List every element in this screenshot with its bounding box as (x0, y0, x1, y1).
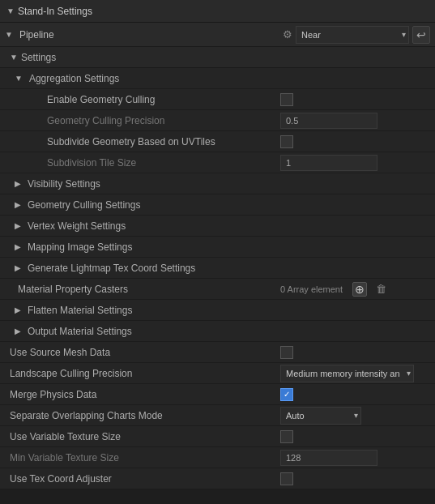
subdivision-tile-size-row: Subdivision Tile Size (0, 152, 435, 173)
pipeline-row: ▼ Pipeline ⚙ Near ▾ ↩ (0, 23, 435, 47)
enable-geometry-culling-row: Enable Geometry Culling (0, 89, 435, 110)
landscape-culling-precision-row: Landscape Culling Precision Medium memor… (0, 363, 435, 384)
use-variable-texture-checkbox[interactable] (280, 430, 293, 443)
visibility-arrow-icon: ▶ (15, 179, 21, 188)
geo-culling-arrow-icon: ▶ (15, 200, 21, 209)
aggregation-label: Aggregation Settings (26, 73, 430, 84)
pipeline-label: Pipeline (16, 29, 283, 41)
pipeline-reset-button[interactable]: ↩ (412, 26, 430, 44)
generate-lightmap-settings-label: Generate Lightmap Tex Coord Settings (24, 263, 430, 274)
landscape-culling-precision-label: Landscape Culling Precision (6, 368, 280, 379)
use-source-mesh-checkbox[interactable] (280, 346, 293, 359)
landscape-culling-precision-value: Medium memory intensity an ▾ (280, 365, 430, 382)
mapping-image-arrow-icon: ▶ (15, 242, 21, 251)
vertex-weight-settings-row[interactable]: ▶ Vertex Weight Settings (0, 216, 435, 237)
visibility-settings-label: Visibility Settings (24, 178, 430, 190)
geometry-culling-precision-row: Geometry Culling Precision (0, 110, 435, 131)
use-source-mesh-label: Use Source Mesh Data (6, 347, 280, 358)
use-variable-texture-value (280, 430, 430, 443)
material-property-casters-label: Material Property Casters (15, 284, 280, 295)
output-material-label: Output Material Settings (24, 326, 430, 337)
aggregation-arrow-icon: ▼ (15, 74, 23, 83)
min-variable-texture-value (280, 450, 430, 466)
merge-physics-value (280, 388, 430, 401)
array-count-label: 0 Array element (280, 284, 343, 294)
use-tex-coord-adjuster-checkbox[interactable] (280, 472, 293, 485)
geometry-culling-precision-input[interactable] (280, 113, 377, 129)
output-material-arrow-icon: ▶ (15, 327, 21, 335)
use-source-mesh-row: Use Source Mesh Data (0, 342, 435, 363)
separate-overlapping-dropdown[interactable]: Auto (280, 407, 361, 425)
use-source-mesh-value (280, 346, 430, 359)
subdivide-geometry-value (280, 135, 430, 148)
separate-overlapping-charts-row: Separate Overlapping Charts Mode Auto ▾ (0, 405, 435, 426)
geometry-culling-settings-row[interactable]: ▶ Geometry Culling Settings (0, 194, 435, 216)
vertex-weight-settings-label: Vertex Weight Settings (24, 220, 430, 232)
subdivision-tile-size-input[interactable] (280, 155, 377, 171)
generate-lightmap-settings-row[interactable]: ▶ Generate Lightmap Tex Coord Settings (0, 258, 435, 279)
settings-header: ▼ Settings (0, 47, 435, 68)
flatten-material-arrow-icon: ▶ (15, 305, 21, 314)
auto-dropdown-wrapper: Auto ▾ (280, 407, 361, 425)
min-variable-texture-input[interactable] (280, 450, 377, 466)
use-tex-coord-adjuster-label: Use Tex Coord Adjuster (6, 473, 280, 485)
separate-overlapping-charts-value: Auto ▾ (280, 407, 430, 425)
stand-in-arrow-icon[interactable]: ▼ (6, 6, 15, 15)
mapping-image-settings-label: Mapping Image Settings (24, 241, 430, 253)
stand-in-settings-panel: ▼ Stand-In Settings ▼ Pipeline ⚙ Near ▾ … (0, 0, 435, 489)
pipeline-controls: ⚙ Near ▾ ↩ (283, 26, 430, 44)
use-tex-coord-adjuster-row: Use Tex Coord Adjuster (0, 468, 435, 489)
visibility-settings-row[interactable]: ▶ Visibility Settings (0, 173, 435, 194)
aggregation-header-row[interactable]: ▼ Aggregation Settings (0, 68, 435, 89)
material-property-casters-row: Material Property Casters 0 Array elemen… (0, 279, 435, 300)
settings-arrow-icon[interactable]: ▼ (10, 53, 18, 62)
merge-physics-checkbox[interactable] (280, 388, 293, 401)
stand-in-header: ▼ Stand-In Settings (0, 0, 435, 23)
use-tex-coord-adjuster-value (280, 472, 430, 485)
landscape-dropdown-wrapper: Medium memory intensity an ▾ (280, 365, 414, 382)
enable-geometry-culling-label: Enable Geometry Culling (44, 94, 280, 105)
add-caster-button[interactable]: ⊕ (352, 282, 367, 297)
min-variable-texture-label: Min Variable Texture Size (6, 452, 280, 463)
enable-geometry-culling-value (280, 93, 430, 106)
use-variable-texture-row: Use Variable Texture Size (0, 426, 435, 447)
separate-overlapping-charts-label: Separate Overlapping Charts Mode (6, 410, 280, 421)
geometry-culling-settings-label: Geometry Culling Settings (24, 199, 430, 211)
geometry-culling-precision-label: Geometry Culling Precision (44, 115, 280, 126)
use-variable-texture-label: Use Variable Texture Size (6, 431, 280, 442)
subdivision-tile-size-label: Subdivision Tile Size (44, 157, 280, 169)
settings-label: Settings (21, 52, 56, 63)
pipeline-dropdown-wrapper: ⚙ Near ▾ (283, 26, 409, 44)
geometry-culling-precision-value (280, 113, 430, 129)
stand-in-title: Stand-In Settings (18, 6, 92, 17)
vertex-weight-arrow-icon: ▶ (15, 221, 21, 230)
subdivide-geometry-label: Subdivide Geometry Based on UVTiles (44, 136, 280, 147)
flatten-material-row[interactable]: ▶ Flatten Material Settings (0, 300, 435, 321)
min-variable-texture-row: Min Variable Texture Size (0, 447, 435, 468)
material-property-casters-controls: 0 Array element ⊕ 🗑 (280, 282, 430, 297)
pipeline-dropdown[interactable]: Near (296, 26, 409, 44)
delete-caster-button[interactable]: 🗑 (373, 282, 388, 297)
merge-physics-row: Merge Physics Data (0, 384, 435, 405)
subdivision-tile-size-value (280, 155, 430, 171)
subdivide-geometry-row: Subdivide Geometry Based on UVTiles (0, 131, 435, 152)
mapping-image-settings-row[interactable]: ▶ Mapping Image Settings (0, 237, 435, 258)
landscape-culling-dropdown[interactable]: Medium memory intensity an (280, 365, 414, 382)
subdivide-geometry-checkbox[interactable] (280, 135, 293, 148)
merge-physics-label: Merge Physics Data (6, 389, 280, 400)
output-material-row[interactable]: ▶ Output Material Settings (0, 321, 435, 342)
lightmap-arrow-icon: ▶ (15, 263, 21, 272)
pipeline-gear-icon: ⚙ (283, 28, 292, 41)
pipeline-arrow-icon[interactable]: ▼ (5, 30, 13, 39)
enable-geometry-culling-checkbox[interactable] (280, 93, 293, 106)
flatten-material-label: Flatten Material Settings (24, 305, 430, 316)
